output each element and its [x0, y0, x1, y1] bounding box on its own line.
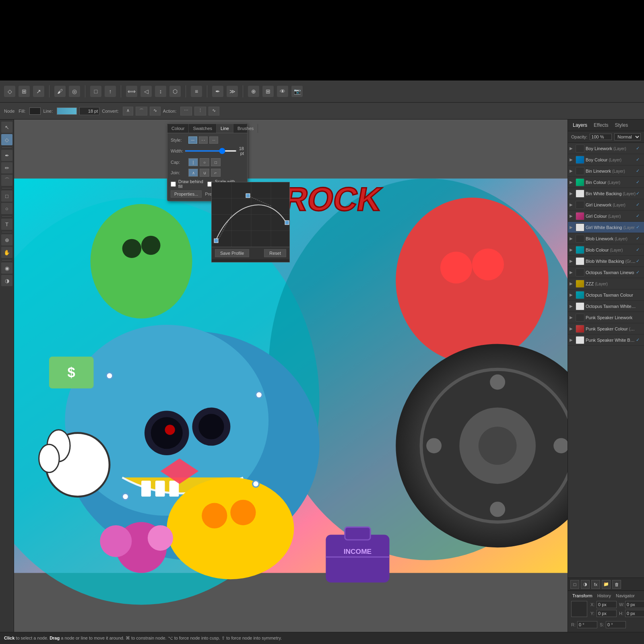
action-reverse-btn[interactable]: ∿: [208, 107, 219, 116]
draw-behind-checkbox[interactable]: [171, 182, 176, 187]
expand-icon[interactable]: ▶: [570, 259, 574, 263]
text-tool-btn[interactable]: T: [1, 219, 12, 230]
swatches-tab[interactable]: Swatches: [189, 124, 217, 133]
visibility-icon[interactable]: ✓: [636, 247, 642, 252]
save-profile-btn[interactable]: Save Profile: [215, 249, 249, 257]
zoom-tool-btn[interactable]: ⊕: [1, 234, 12, 246]
history-tab[interactable]: History: [596, 593, 612, 599]
expand-icon[interactable]: ▶: [570, 236, 574, 241]
expand-icon[interactable]: ▶: [570, 293, 574, 297]
visibility-icon[interactable]: ✓: [636, 191, 642, 196]
mask-btn[interactable]: ◑: [581, 580, 590, 589]
effects-tab[interactable]: Effects: [592, 122, 610, 129]
move-tool-icon[interactable]: ⊞: [19, 86, 30, 97]
photo-icon[interactable]: 📷: [291, 86, 303, 97]
ellipse-tool-btn[interactable]: ○: [1, 203, 12, 214]
expand-icon[interactable]: ▶: [570, 315, 574, 320]
expand-icon[interactable]: ▶: [570, 304, 574, 308]
transform-icon[interactable]: ⟺: [126, 86, 137, 97]
layer-item-blob-white[interactable]: ▶ Blob White Backing (Gro... ✓: [568, 256, 644, 267]
fill-color-box[interactable]: [29, 107, 41, 115]
layer-item-girl-white[interactable]: ▶ Girl White Backing (Layer ✓: [568, 222, 644, 233]
add-layer-btn[interactable]: □: [570, 580, 579, 589]
layer-item-blob-linework[interactable]: ▶ Blob Linework (Layer) ✓: [568, 233, 644, 244]
width-slider[interactable]: [185, 150, 237, 152]
expand-icon[interactable]: ▶: [570, 225, 574, 229]
rectangle-tool-btn[interactable]: □: [1, 190, 12, 202]
dot-style-btn[interactable]: ···: [209, 136, 218, 144]
y-input[interactable]: 0 px: [597, 610, 617, 617]
visibility-icon[interactable]: ✓: [636, 146, 642, 151]
hand-tool-btn[interactable]: ✋: [1, 247, 12, 258]
join-miter-btn[interactable]: ∧: [188, 169, 198, 177]
fx-btn[interactable]: fx: [591, 580, 600, 589]
action-join-btn[interactable]: ⋯: [180, 107, 192, 116]
align-icon[interactable]: ≡: [191, 86, 202, 97]
transform-tab[interactable]: Transform: [571, 593, 594, 599]
blend-mode-select[interactable]: Normal Multiply Screen Overlay: [614, 133, 641, 140]
visibility-icon[interactable]: ✓: [636, 168, 642, 173]
pen-icon[interactable]: ✒: [212, 86, 223, 97]
node-tool-icon[interactable]: ◇: [4, 86, 15, 97]
layer-item-octopus-white[interactable]: ▶ Octopus Taxman White B fx: [568, 301, 644, 312]
expand-icon[interactable]: ▶: [570, 157, 574, 162]
group-icon[interactable]: ⬡: [169, 86, 181, 97]
layers-tab[interactable]: Layers: [571, 122, 589, 129]
cap-flat-btn[interactable]: |: [188, 158, 198, 166]
layer-item-octopus-colour[interactable]: ▶ Octopus Taxman Colour: [568, 289, 644, 301]
expand-icon[interactable]: ▶: [570, 180, 574, 184]
layer-item-zzz[interactable]: ▶ ZZZ (Layer): [568, 278, 644, 289]
folder-btn[interactable]: 📁: [602, 580, 611, 589]
pressure-grid[interactable]: [212, 182, 289, 247]
h-input[interactable]: 0 px: [625, 610, 644, 617]
visibility-icon[interactable]: ✓: [636, 270, 642, 275]
layers-list[interactable]: ▶ Boy Linework (Layer) ✓ ▶ Boy Colour (L…: [568, 143, 644, 578]
layer-item-boy-linework[interactable]: ▶ Boy Linework (Layer) ✓: [568, 143, 644, 154]
expand-icon[interactable]: ▶: [570, 214, 574, 218]
layer-item-girl-colour[interactable]: ▶ Girl Colour (Layer) ✓: [568, 211, 644, 222]
expand-icon[interactable]: ▶: [570, 191, 574, 196]
join-round-btn[interactable]: ∪: [200, 169, 209, 177]
expand-icon[interactable]: ▶: [570, 248, 574, 252]
expand-icon[interactable]: ▶: [570, 169, 574, 173]
action-break-btn[interactable]: ⋮: [194, 107, 206, 116]
line-width-input[interactable]: 18 pt: [79, 107, 99, 115]
layer-item-girl-linework[interactable]: ▶ Girl Linework (Layer) ✓: [568, 199, 644, 211]
node-tool-btn[interactable]: ◇: [1, 134, 12, 145]
cap-round-btn[interactable]: ○: [200, 158, 209, 166]
layer-item-octopus-linewo[interactable]: ▶ Octopus Taxman Linewo ✓: [568, 267, 644, 278]
layer-item-bin-colour[interactable]: ▶ Bin Colour (Layer) ✓: [568, 177, 644, 188]
share-icon[interactable]: ↗: [33, 86, 44, 97]
w-input[interactable]: 0 px: [625, 601, 644, 608]
pen-tool-btn[interactable]: ✒: [1, 150, 12, 161]
reset-btn[interactable]: Reset: [264, 249, 286, 257]
convert-auto-btn[interactable]: ∿: [150, 107, 161, 116]
s-input[interactable]: 0 °: [606, 621, 626, 628]
properties-btn[interactable]: Properties...: [171, 190, 202, 198]
expand-icon[interactable]: ▶: [570, 326, 574, 331]
pointer-tool-btn[interactable]: ↖: [1, 122, 12, 133]
opacity-input[interactable]: 100 %: [590, 134, 612, 140]
layer-item-blob-colour[interactable]: ▶ Blob Colour (Layer) ✓: [568, 244, 644, 256]
canvas-area[interactable]: $ ROCK MRTAXM INCOME Colour: [14, 120, 568, 632]
layer-item-bin-white[interactable]: ▶ Bin White Backing (Layer) ✓: [568, 188, 644, 199]
visibility-icon[interactable]: ✓: [636, 213, 642, 219]
visibility-icon[interactable]: ✓: [636, 180, 642, 185]
place-icon[interactable]: □: [90, 86, 101, 97]
dash-style-btn[interactable]: - -: [199, 136, 208, 144]
brush-icon[interactable]: 🖌: [54, 86, 66, 97]
cap-square-btn[interactable]: □: [211, 158, 221, 166]
grid-icon[interactable]: ⊞: [262, 86, 274, 97]
x-input[interactable]: 0 px: [597, 601, 617, 608]
expand-icon[interactable]: ▶: [570, 270, 574, 275]
navigator-tab[interactable]: Navigator: [615, 593, 636, 599]
visibility-icon[interactable]: ✓: [636, 157, 642, 162]
layer-item-punk-colour[interactable]: ▶ Punk Speaker Colour (La...: [568, 323, 644, 334]
expand-icon[interactable]: ▶: [570, 338, 574, 342]
brushes-tab[interactable]: Brushes: [233, 124, 258, 133]
arrange-icon[interactable]: ↕: [155, 86, 166, 97]
layer-item-boy-colour[interactable]: ▶ Boy Colour (Layer) ✓: [568, 154, 644, 165]
flip-icon[interactable]: ◁: [140, 86, 152, 97]
styles-tab[interactable]: Styles: [613, 122, 630, 129]
solid-style-btn[interactable]: —: [188, 136, 197, 144]
